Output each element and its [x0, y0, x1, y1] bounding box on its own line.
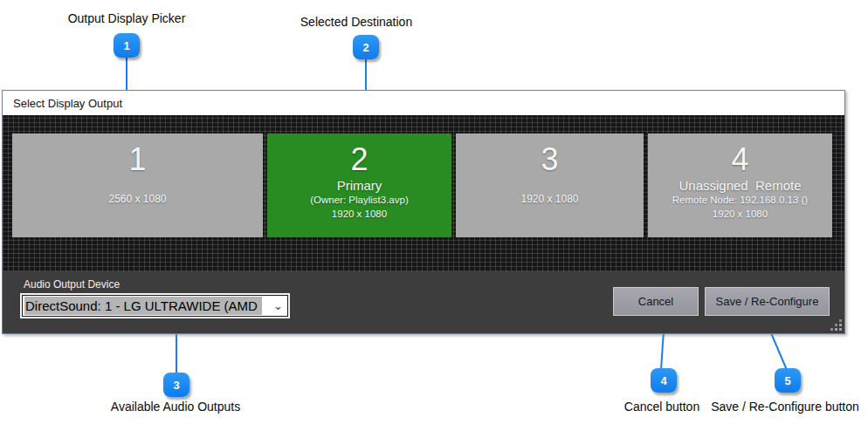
audio-output-device-select[interactable]: DirectSound: 1 - LG ULTRAWIDE (AMD High … — [22, 295, 288, 317]
cancel-button[interactable]: Cancel — [613, 287, 699, 316]
callout-badge-1: 1 — [114, 33, 140, 58]
chevron-down-icon[interactable]: ⌄ — [273, 302, 283, 311]
display-resolution: 1920 x 1080 — [520, 193, 578, 207]
display-resolution: 2560 x 1080 — [108, 193, 166, 207]
display-number: 3 — [541, 140, 558, 179]
callout-badge-4: 4 — [651, 368, 677, 393]
save-reconfigure-button[interactable]: Save / Re-Configure — [705, 287, 830, 316]
resize-grip[interactable] — [830, 319, 842, 331]
help-page: Output Display Picker 1 Selected Destina… — [0, 0, 868, 431]
display-tile-1[interactable]: 1 2560 x 1080 — [12, 133, 263, 237]
callout-badge-3: 3 — [163, 373, 189, 397]
display-name: Primary — [337, 179, 382, 194]
display-picker-area: 1 2560 x 1080 2 Primary (Owner: Playlist… — [3, 115, 844, 271]
dialog-title-bar: Select Display Output — [3, 91, 844, 115]
audio-output-device-label: Audio Output Device — [24, 278, 120, 291]
display-number: 4 — [731, 140, 748, 179]
display-detail: Remote Node: 192.168.0.13 () — [672, 194, 808, 207]
callout-label-output-display-picker: Output Display Picker — [44, 11, 210, 25]
audio-output-selected-value: DirectSound: 1 - LG ULTRAWIDE (AMD High … — [24, 297, 262, 315]
display-detail: (Owner: Playlist3.avp) — [310, 194, 408, 207]
callout-badge-2: 2 — [353, 35, 379, 59]
callout-label-selected-destination: Selected Destination — [273, 15, 439, 29]
callout-label-available-audio-outputs: Available Audio Outputs — [93, 400, 258, 414]
display-name: Unassigned Remote — [679, 179, 801, 194]
display-number: 2 — [350, 140, 368, 179]
display-number: 1 — [128, 140, 146, 179]
display-tile-4[interactable]: 4 Unassigned Remote Remote Node: 192.168… — [648, 133, 832, 237]
callout-badge-5: 5 — [775, 368, 801, 393]
display-tile-2-selected[interactable]: 2 Primary (Owner: Playlist3.avp) 1920 x … — [267, 133, 451, 237]
display-resolution: 1920 x 1080 — [332, 208, 387, 221]
dialog-footer: Audio Output Device DirectSound: 1 - LG … — [3, 271, 844, 333]
display-resolution: 1920 x 1080 — [713, 208, 768, 221]
select-display-output-dialog: Select Display Output 1 2560 x 1080 2 Pr… — [2, 90, 845, 334]
callout-label-save-reconfigure-button: Save / Re-Configure button — [703, 400, 867, 414]
dialog-title: Select Display Output — [13, 97, 122, 110]
display-tile-3[interactable]: 3 1920 x 1080 — [456, 133, 644, 237]
